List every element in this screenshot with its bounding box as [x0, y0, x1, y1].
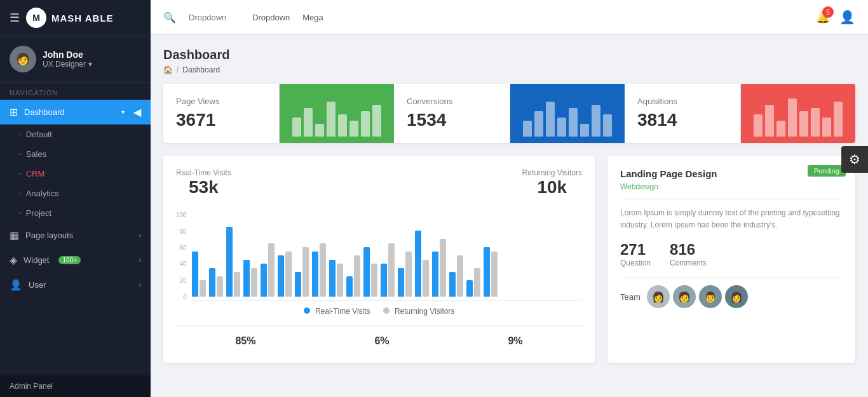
stat-card-acquisitions: Aquisitions 3814	[625, 84, 741, 143]
bar-group	[226, 227, 240, 297]
chart-bar-gray	[285, 252, 292, 297]
chart-bar-gray	[217, 276, 223, 297]
sidebar-collapse-icon: ◀	[133, 106, 141, 118]
chart-bar-blue	[484, 247, 490, 297]
sidebar-item-analytics[interactable]: › Analytics	[0, 184, 151, 203]
chart-bar-gray	[423, 260, 429, 297]
bar-group	[449, 255, 463, 297]
panel-stat-questions: 271 Question	[620, 241, 651, 267]
search-input[interactable]	[189, 13, 240, 22]
team-label: Team	[620, 292, 641, 302]
percent-1: 85%	[235, 335, 255, 347]
chart-bar-gray	[354, 255, 360, 297]
page-title: Dashboard	[163, 48, 855, 62]
team-avatars: 👩 🧑 👨 👩	[647, 285, 748, 308]
returning-visitors-label: Returning Visitors	[522, 168, 583, 177]
mini-bar	[338, 114, 347, 137]
nav-link-mega[interactable]: Mega	[302, 13, 323, 22]
widget-badge: 100+	[58, 256, 81, 264]
chart-bar-blue	[381, 264, 387, 297]
settings-cog-button[interactable]: ⚙	[841, 146, 868, 173]
sidebar-item-dashboard[interactable]: ⊞ Dashboard ◀	[0, 100, 151, 124]
sidebar-item-user[interactable]: 👤 User	[0, 273, 151, 297]
chart-bar-blue	[449, 272, 456, 297]
stat-card-page-views: Page Views 3671	[163, 84, 280, 143]
user-profile-icon[interactable]: 👤	[839, 10, 855, 25]
pending-badge: Pending	[808, 165, 846, 177]
bar-group	[381, 243, 395, 297]
sub-bullet-icon: ›	[19, 210, 21, 216]
nav-link-dropdown[interactable]: Dropdown	[252, 13, 290, 22]
chart-bar-gray	[440, 239, 446, 297]
sidebar-item-widget[interactable]: ◈ Widget 100+	[0, 248, 151, 273]
mini-bar	[788, 98, 797, 137]
page-content: Dashboard 🏠 / Dashboard Page Views 3671	[151, 35, 868, 397]
legend-blue-item: Real-Time Visits	[304, 307, 370, 316]
widget-icon: ◈	[10, 254, 17, 266]
bar-group	[432, 239, 446, 297]
breadcrumb-current: Dashboard	[182, 65, 220, 74]
bar-group	[261, 243, 275, 297]
legend-gray-dot	[383, 307, 390, 314]
chart-bar-blue	[346, 276, 353, 297]
bar-group	[398, 252, 412, 297]
sidebar-item-project[interactable]: › Project	[0, 203, 151, 223]
questions-value: 271	[620, 241, 651, 259]
bar-group	[363, 247, 377, 297]
mini-bar	[292, 118, 301, 137]
sub-bullet-icon: ›	[19, 131, 21, 137]
breadcrumb-home-icon[interactable]: 🏠	[163, 65, 173, 74]
team-row: Team 👩 🧑 👨 👩	[620, 285, 843, 308]
sidebar-footer: Admin Panel	[0, 375, 151, 397]
user-info: John Doe UX Designer	[43, 50, 141, 69]
chart-bar-gray	[200, 280, 206, 297]
mini-bar	[361, 111, 370, 137]
mini-bar	[603, 114, 612, 137]
mini-bar	[546, 102, 555, 137]
logo-text: MASH ABLE	[51, 13, 114, 24]
sub-bullet-icon: ›	[19, 171, 21, 177]
user-name: John Doe	[43, 50, 141, 60]
page-header: Dashboard 🏠 / Dashboard	[163, 48, 855, 74]
sidebar-item-default[interactable]: › Default	[0, 124, 151, 144]
legend-blue-dot	[304, 307, 310, 314]
search-icon[interactable]: 🔍	[163, 11, 176, 24]
notification-badge: 5	[822, 6, 834, 18]
sub-bullet-icon: ›	[19, 191, 21, 196]
percent-3: 9%	[508, 335, 522, 347]
hamburger-icon[interactable]: ☰	[10, 11, 20, 25]
topbar-right: 🔔 5 👤	[816, 10, 855, 25]
bar-group	[329, 260, 343, 297]
bar-group	[466, 268, 480, 297]
chart-bar-gray	[268, 243, 275, 297]
panel-description: Lorem Ipsum is simply dummy text of the …	[620, 207, 843, 231]
chart-bar-gray	[405, 252, 412, 297]
bar-group	[209, 268, 223, 297]
notification-button[interactable]: 🔔 5	[816, 10, 830, 24]
sidebar-sub-label: CRM	[26, 169, 45, 178]
sidebar-item-label: Widget	[24, 255, 49, 265]
stat-card-conversions: Conversions 1534	[394, 84, 510, 143]
sidebar-sub-label: Analytics	[26, 189, 59, 198]
team-member-avatar: 👩	[647, 285, 670, 308]
comments-value: 816	[670, 241, 707, 259]
chart-area: 100 80 60 40 20 0	[176, 212, 582, 300]
mini-bar	[557, 118, 566, 137]
chart-header: Real-Time Visits 53k Returning Visitors …	[176, 168, 582, 199]
mini-bar	[315, 124, 324, 137]
panel-divider-2	[620, 277, 843, 278]
legend-gray-item: Returning Visitors	[383, 307, 455, 316]
bar-group	[312, 243, 326, 297]
sidebar-header: ☰ M MASH ABLE	[0, 0, 151, 36]
sidebar-item-sales[interactable]: › Sales	[0, 144, 151, 164]
chart-bar-blue	[312, 252, 318, 297]
bar-group	[295, 247, 309, 297]
realtime-visits-stat: Real-Time Visits 53k	[176, 168, 231, 199]
panel-divider	[620, 199, 843, 199]
mini-bar	[811, 108, 820, 137]
user-profile[interactable]: 🧑 John Doe UX Designer	[0, 36, 151, 83]
dashboard-expand-icon	[121, 109, 125, 116]
mini-bar	[349, 121, 358, 137]
sidebar-item-crm[interactable]: › CRM	[0, 164, 151, 184]
sidebar-item-page-layouts[interactable]: ▦ Page layouts	[0, 223, 151, 248]
